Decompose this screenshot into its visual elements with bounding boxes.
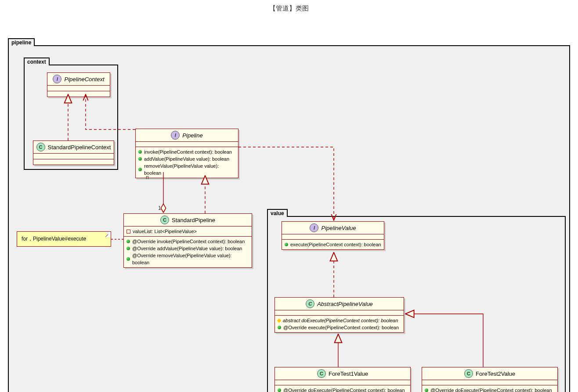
canvas: pipeline context value IPipelineContext … [0, 15, 578, 392]
connectors [0, 15, 578, 392]
page-title: 【管道】类图 [0, 0, 578, 15]
